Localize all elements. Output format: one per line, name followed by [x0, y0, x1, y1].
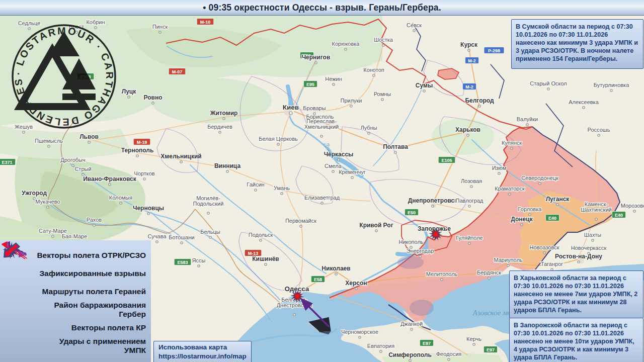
svg-text:Морозовск: Морозовск — [621, 203, 644, 209]
svg-text:Лозовая: Лозовая — [461, 178, 482, 184]
svg-text:Гайсин: Гайсин — [247, 182, 264, 188]
svg-text:Дрогобыч: Дрогобыч — [60, 157, 86, 163]
svg-text:Керчь: Керчь — [466, 336, 481, 342]
road-badge: E371 — [0, 159, 16, 165]
road-badge: E58 — [311, 276, 325, 283]
svg-text:Житомир: Житомир — [210, 110, 238, 117]
svg-text:Хмельницкий: Хмельницкий — [160, 153, 201, 160]
svg-text:Херсон: Херсон — [345, 280, 367, 287]
svg-text:Гуляйполе: Гуляйполе — [456, 235, 482, 241]
legend-item-2: Зафиксированные взрывы — [0, 264, 151, 283]
svg-text:Севск: Севск — [407, 22, 422, 28]
ticker-text: • 09:35 окрестности Одессы - взрыв. Гера… — [203, 3, 441, 13]
map-attribution: Использована карта https://lostarmour.in… — [153, 341, 252, 362]
svg-text:E105: E105 — [441, 158, 452, 163]
svg-text:Бутурлиновка: Бутурлиновка — [594, 82, 629, 88]
svg-text:Пинск: Пинск — [152, 24, 168, 30]
svg-text:Корюковка: Корюковка — [332, 41, 360, 47]
svg-text:Одесса: Одесса — [285, 285, 309, 293]
svg-text:E583: E583 — [177, 260, 188, 265]
svg-text:Пшемысль: Пшемысль — [35, 138, 63, 144]
svg-text:Первомайск: Первомайск — [285, 218, 316, 224]
svg-text:Шахты: Шахты — [584, 232, 602, 238]
svg-text:Рахов: Рахов — [87, 217, 102, 223]
svg-text:Шостка: Шостка — [374, 37, 393, 43]
road-badge: М-10 — [197, 19, 214, 25]
svg-text:Чернигов: Чернигов — [302, 54, 331, 61]
svg-text:Луганск: Луганск — [546, 196, 570, 203]
svg-text:Шахтинский: Шахтинский — [581, 207, 611, 213]
legend-items: Векторы полета ОТРК/РСЗОЗафиксированные … — [0, 246, 151, 355]
svg-text:Харьков: Харьков — [455, 126, 480, 133]
svg-text:Конотоп: Конотоп — [363, 67, 384, 73]
svg-text:Ботошани: Ботошани — [169, 234, 194, 240]
legend-item-6: Удары с применением УМПК — [0, 337, 151, 355]
svg-text:E58: E58 — [314, 277, 322, 282]
svg-text:Северодонецк: Северодонецк — [521, 175, 558, 181]
svg-text:Мукачево: Мукачево — [35, 199, 60, 205]
svg-text:Подольский: Подольский — [193, 201, 224, 207]
svg-text:Никополь: Никополь — [398, 239, 423, 245]
svg-text:Лубны: Лубны — [360, 125, 377, 131]
svg-text:Феодосия: Феодосия — [436, 351, 462, 357]
svg-text:Кобрин: Кобрин — [86, 19, 105, 25]
svg-text:Новочеркасск: Новочеркасск — [571, 245, 607, 251]
road-badge: E97 — [420, 340, 433, 346]
svg-text:Бельцы: Бельцы — [200, 229, 220, 235]
svg-text:Симферополь: Симферополь — [388, 351, 432, 358]
infobox-zaporizhzhia-text: В Запорожской области за период с 07:30 … — [514, 322, 634, 361]
road-badge: М-19 — [133, 139, 150, 145]
svg-text:Киев: Киев — [283, 104, 299, 111]
svg-text:Жешув: Жешув — [15, 124, 33, 130]
svg-text:E50: E50 — [408, 210, 416, 215]
svg-text:Умань: Умань — [274, 185, 290, 191]
road-badge: E40 — [612, 212, 625, 218]
svg-text:Подольск: Подольск — [249, 232, 273, 238]
svg-text:М-07: М-07 — [172, 69, 183, 74]
svg-text:Алексеевка: Алексеевка — [569, 99, 599, 105]
svg-text:Павлоград: Павлоград — [456, 198, 484, 204]
svg-text:Днепропетровск: Днепропетровск — [408, 197, 458, 204]
road-badge: E105 — [438, 157, 455, 163]
svg-text:Прилуки: Прилуки — [340, 98, 362, 104]
svg-text:Стрый: Стрый — [74, 166, 91, 172]
legend-item-4: Район барражирования Гербер — [0, 301, 151, 319]
svg-text:Белгород: Белгород — [465, 97, 494, 104]
legend-item-label: Район барражирования Гербер — [36, 301, 151, 319]
svg-text:E97: E97 — [423, 341, 431, 346]
svg-text:Чортков: Чортков — [134, 170, 154, 176]
road-badge: М-07 — [169, 68, 186, 75]
svg-text:Бровары: Бровары — [303, 105, 326, 111]
svg-text:Ужгород: Ужгород — [22, 190, 47, 197]
svg-text:E97: E97 — [487, 347, 495, 352]
legend-item-3: Маршруты полета Гераней — [0, 283, 151, 301]
legend-item-label: Маршруты полета Гераней — [36, 287, 151, 296]
attribution-url: https://lostarmour.info/map — [158, 352, 247, 361]
svg-text:Белая Церковь: Белая Церковь — [259, 136, 298, 142]
svg-text:Купянск: Купянск — [502, 140, 522, 146]
ticker-banner: • 09:35 окрестности Одессы - взрыв. Гера… — [0, 0, 644, 16]
svg-text:Донецк: Донецк — [511, 216, 533, 223]
svg-text:Винница: Винница — [214, 162, 240, 169]
svg-text:Горловка: Горловка — [518, 206, 542, 212]
svg-text:Кривой Рог: Кривой Рог — [359, 222, 393, 229]
legend-item-5: Векторы полета КР — [0, 319, 151, 337]
infobox-sumy-text: В Сумской области за период с 07:30 10.0… — [516, 23, 638, 62]
legend-item-label: Удары с применением УМПК — [36, 337, 151, 355]
road-badge: E50 — [405, 209, 418, 216]
screenshot-root: E95E95E40E40E50E58E105E97E97E373E371E583… — [0, 0, 644, 362]
svg-text:Мелитополь: Мелитополь — [426, 271, 458, 277]
svg-text:E371: E371 — [2, 160, 12, 165]
svg-text:E95: E95 — [306, 82, 314, 87]
svg-text:Черновцы: Черновцы — [133, 205, 164, 212]
road-badge: E583 — [174, 259, 191, 265]
svg-text:Изюм: Изюм — [492, 165, 507, 171]
svg-text:Полтава: Полтава — [383, 143, 408, 150]
svg-text:М-10: М-10 — [200, 20, 211, 25]
road-badge: M-2 — [465, 57, 478, 64]
svg-text:Тернополь: Тернополь — [121, 147, 154, 154]
road-badge: E97 — [484, 346, 497, 353]
attribution-caption: Использована карта — [158, 343, 247, 352]
legend-item-label: Зафиксированные взрывы — [36, 269, 151, 278]
svg-text:Сумы: Сумы — [416, 82, 433, 89]
